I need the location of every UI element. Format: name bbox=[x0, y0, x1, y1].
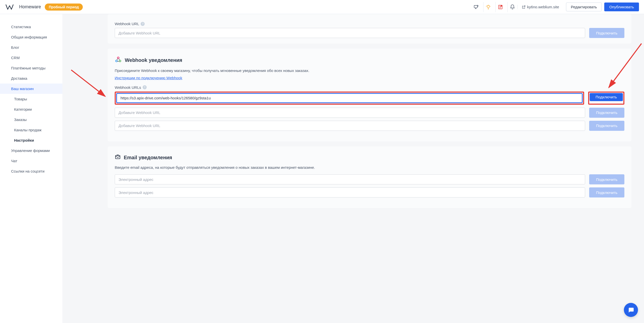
trial-badge[interactable]: Пробный период bbox=[45, 4, 83, 11]
connect-button[interactable]: Подключить bbox=[589, 187, 624, 197]
webhook-url-highlight bbox=[115, 92, 584, 105]
publish-button[interactable]: Опубликовать bbox=[604, 3, 639, 11]
chat-icon bbox=[628, 307, 634, 313]
sidebar-subitem-categories[interactable]: Категории bbox=[0, 104, 62, 114]
webhook-card-title: Webhook уведомления bbox=[125, 57, 182, 63]
sidebar-item-payments[interactable]: Платёжные методы bbox=[0, 63, 62, 73]
sidebar-item-forms[interactable]: Управление формами bbox=[0, 145, 62, 156]
connect-button-highlight: Подключить bbox=[588, 92, 624, 105]
site-name[interactable]: Homeware bbox=[19, 4, 41, 10]
svg-point-1 bbox=[487, 5, 489, 8]
sidebar-subitem-products[interactable]: Товары bbox=[0, 94, 62, 104]
svg-point-7 bbox=[116, 60, 117, 62]
main-content: Webhook URL ? Подключить We bbox=[62, 14, 644, 323]
email-notifications-card: Email уведомления Введите email адреса, … bbox=[108, 146, 631, 208]
email-card-title: Email уведомления bbox=[124, 155, 172, 160]
news-icon[interactable] bbox=[495, 2, 505, 12]
annotation-arrow-right bbox=[604, 41, 644, 91]
help-icon[interactable]: ? bbox=[141, 22, 145, 26]
webhook-urls-label: Webhook URLs bbox=[115, 85, 141, 90]
sidebar: Статистика Общая информация Блог CRM Пла… bbox=[0, 14, 62, 323]
idea-icon[interactable] bbox=[483, 2, 493, 12]
webhook-url-input-3[interactable] bbox=[115, 121, 585, 131]
connect-button[interactable]: Подключить bbox=[589, 28, 624, 38]
webhook-card-description: Присоедините Webhook к своему магазину, … bbox=[115, 68, 624, 74]
connect-button[interactable]: Подключить bbox=[589, 174, 624, 184]
sidebar-item-statistics[interactable]: Статистика bbox=[0, 22, 62, 32]
sidebar-item-store[interactable]: Ваш магазин bbox=[0, 84, 62, 94]
connect-button[interactable]: Подключить bbox=[589, 108, 624, 118]
svg-line-4 bbox=[71, 70, 105, 96]
email-icon bbox=[115, 154, 121, 161]
annotation-arrow-left bbox=[69, 67, 109, 100]
svg-point-3 bbox=[501, 5, 502, 6]
sidebar-subitem-orders[interactable]: Заказы bbox=[0, 114, 62, 125]
sidebar-item-delivery[interactable]: Доставка bbox=[0, 73, 62, 84]
site-url-link[interactable]: ky6no.weblium.site bbox=[517, 5, 563, 9]
email-input-1[interactable] bbox=[115, 174, 585, 184]
external-link-icon bbox=[522, 5, 526, 9]
edit-button[interactable]: Редактировать bbox=[566, 3, 602, 11]
svg-rect-9 bbox=[115, 155, 120, 159]
connect-button[interactable]: Подключить bbox=[589, 121, 624, 131]
webhook-single-card: Webhook URL ? Подключить bbox=[108, 14, 631, 44]
svg-line-5 bbox=[609, 44, 641, 88]
chat-widget[interactable] bbox=[624, 303, 638, 317]
logo[interactable] bbox=[5, 3, 14, 12]
svg-point-8 bbox=[119, 60, 121, 62]
site-url-text: ky6no.weblium.site bbox=[527, 5, 559, 9]
header: Homeware Пробный период ky6no.weblium.si… bbox=[0, 0, 644, 14]
header-icons bbox=[471, 2, 517, 12]
webhook-url-input-2[interactable] bbox=[115, 108, 585, 118]
sidebar-subitem-settings[interactable]: Настройки bbox=[0, 135, 62, 145]
webhook-url-input[interactable] bbox=[115, 28, 585, 38]
sidebar-item-general[interactable]: Общая информация bbox=[0, 32, 62, 42]
sidebar-item-social[interactable]: Ссылки на соцсети bbox=[0, 166, 62, 176]
webhook-url-input-1[interactable] bbox=[116, 93, 583, 103]
webhook-url-label: Webhook URL bbox=[115, 22, 139, 26]
design-icon[interactable] bbox=[471, 2, 481, 12]
notifications-icon[interactable] bbox=[507, 2, 517, 12]
sidebar-item-crm[interactable]: CRM bbox=[0, 53, 62, 63]
sidebar-item-chat[interactable]: Чат bbox=[0, 156, 62, 166]
svg-rect-0 bbox=[474, 5, 477, 8]
email-card-description: Введите email адреса, на которые будут о… bbox=[115, 165, 624, 171]
webhook-notifications-card: Webhook уведомления Присоедините Webhook… bbox=[108, 49, 631, 141]
connect-button-active[interactable]: Подключить bbox=[590, 93, 623, 101]
weblium-logo-icon bbox=[5, 3, 14, 12]
sidebar-item-blog[interactable]: Блог bbox=[0, 42, 62, 53]
sidebar-subitem-channels[interactable]: Каналы продаж bbox=[0, 125, 62, 135]
email-input-2[interactable] bbox=[115, 187, 585, 197]
webhook-instructions-link[interactable]: Инструкции по подключению Webhook bbox=[115, 76, 182, 80]
webhook-icon bbox=[115, 56, 122, 64]
help-icon[interactable]: ? bbox=[143, 85, 147, 89]
